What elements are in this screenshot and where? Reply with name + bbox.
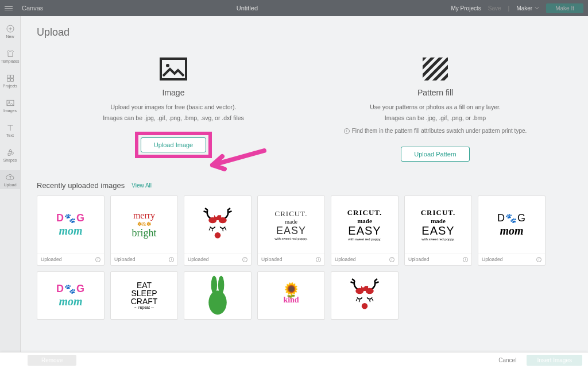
upload-thumbnail: CRICUT.madeEASYwith sweet red poppy. (331, 196, 398, 254)
upload-status: Uploaded (188, 256, 208, 262)
sidebar-item-label: Text (6, 133, 14, 137)
machine-selector[interactable]: Maker (516, 5, 539, 12)
upload-card[interactable] (184, 271, 252, 320)
view-all-link[interactable]: View All (131, 182, 152, 189)
upload-pattern-button[interactable]: Upload Pattern (401, 147, 469, 162)
upload-card[interactable] (331, 271, 399, 320)
info-icon[interactable]: i (242, 257, 247, 262)
insert-images-button: Insert Images (527, 355, 582, 366)
upload-thumbnail: 🌻kind (258, 272, 324, 319)
sidebar-item-label: Shapes (3, 158, 17, 162)
upload-status: Uploaded (408, 256, 429, 262)
info-icon[interactable]: i (95, 257, 100, 262)
upload-status: Uploaded (114, 256, 135, 262)
pattern-panel-line2: Images can be .jpg, .gif, .png, or .bmp (316, 113, 555, 124)
upload-card[interactable]: CRICUT.madeEASYwith sweet red poppy.Uplo… (331, 195, 399, 266)
upload-thumbnail: CRICUT.madeEASYwith sweet red poppy. (405, 196, 471, 254)
upload-thumbnail: merry✽&✽bright (111, 196, 177, 254)
image-panel-line1: Upload your images for free (basic and v… (54, 102, 293, 113)
sidebar-item-label: New (6, 34, 14, 39)
upload-thumbnail: D🐾Gmom (478, 196, 545, 254)
sidebar-item-templates[interactable]: Templates (0, 47, 20, 66)
upload-meta: Uploadedi (478, 254, 545, 265)
image-panel-heading: Image (54, 88, 293, 97)
upload-thumbnail: EATSLEEPCRAFT→ repeat ← (111, 272, 177, 319)
upload-meta: Uploadedi (184, 254, 251, 265)
sidebar-item-projects[interactable]: Projects (0, 71, 20, 90)
canvas-label: Canvas (22, 5, 43, 12)
upload-meta: Uploadedi (111, 254, 177, 265)
upload-thumbnail: CRICUT.madeEASYwith sweet red poppy. (258, 196, 324, 254)
svg-point-18 (208, 290, 227, 315)
upload-status: Uploaded (261, 256, 282, 262)
info-icon[interactable]: i (316, 257, 321, 262)
upload-status: Uploaded (335, 256, 355, 262)
upload-meta: Uploadedi (331, 254, 398, 265)
page-title: Upload (37, 26, 572, 39)
chevron-down-icon (535, 6, 539, 10)
svg-rect-7 (161, 59, 186, 79)
upload-card[interactable]: merry✽&✽brightUploadedi (110, 195, 178, 266)
upload-card[interactable]: EATSLEEPCRAFT→ repeat ← (110, 271, 178, 320)
sidebar-item-upload[interactable]: Upload (0, 170, 20, 189)
text-icon (6, 123, 15, 132)
upload-meta: Uploadedi (405, 254, 471, 265)
upload-card[interactable]: Uploadedi (184, 195, 252, 266)
info-icon[interactable]: i (536, 257, 541, 262)
divider: | (508, 5, 510, 12)
grid-icon (6, 74, 15, 83)
upload-card[interactable]: CRICUT.madeEASYwith sweet red poppy.Uplo… (404, 195, 472, 266)
pattern-panel-line3: iFind them in the pattern fill attribute… (344, 126, 527, 136)
cancel-button[interactable]: Cancel (493, 355, 522, 366)
pattern-upload-panel: Pattern fill Use your patterns or photos… (316, 55, 555, 162)
sidebar-item-shapes[interactable]: Shapes (0, 145, 20, 164)
svg-rect-4 (10, 79, 13, 82)
upload-image-button[interactable]: Upload Image (141, 137, 207, 152)
upload-status: Uploaded (41, 256, 61, 262)
info-icon[interactable]: i (389, 257, 394, 262)
svg-point-23 (362, 303, 368, 309)
svg-point-15 (215, 232, 221, 239)
sidebar-item-text[interactable]: Text (0, 121, 20, 140)
upload-thumbnail: D🐾Gmom (37, 196, 104, 254)
svg-rect-10 (423, 57, 448, 80)
pattern-panel-line1: Use your patterns or photos as a fill on… (316, 102, 555, 113)
image-upload-panel: Image Upload your images for free (basic… (54, 55, 293, 162)
svg-rect-2 (10, 75, 13, 78)
remove-button: Remove (28, 355, 76, 366)
upload-meta: Uploadedi (258, 254, 324, 265)
plus-circle-icon (6, 24, 15, 33)
recent-grid-row1: D🐾GmomUploadedimerry✽&✽brightUploadediUp… (37, 195, 572, 266)
upload-thumbnail (184, 196, 251, 254)
svg-rect-3 (7, 79, 10, 82)
annotation-highlight: Upload Image (135, 132, 212, 158)
image-icon (6, 98, 15, 108)
upload-card[interactable]: 🌻kind (257, 271, 325, 320)
make-it-button: Make It (546, 3, 583, 13)
upload-meta: Uploadedi (37, 254, 104, 265)
hamburger-icon[interactable] (5, 6, 16, 10)
info-icon[interactable]: i (169, 257, 174, 262)
upload-thumbnail (331, 272, 398, 319)
upload-card[interactable]: CRICUT.madeEASYwith sweet red poppy.Uplo… (257, 195, 325, 266)
upload-card[interactable]: D🐾Gmom (37, 271, 105, 320)
sidebar-item-label: Images (3, 109, 17, 113)
document-title[interactable]: Untitled (43, 5, 451, 12)
pattern-panel-heading: Pattern fill (316, 88, 555, 97)
upload-icon (6, 172, 15, 182)
shirt-icon (6, 49, 15, 58)
recent-heading: Recently uploaded images (37, 181, 125, 190)
sidebar-item-label: Upload (3, 183, 16, 187)
upload-thumbnail (184, 272, 251, 319)
sidebar-item-new[interactable]: New (0, 22, 20, 41)
sidebar-item-label: Projects (3, 84, 17, 88)
svg-rect-1 (7, 75, 10, 78)
upload-thumbnail: D🐾Gmom (37, 272, 104, 319)
svg-point-14 (215, 213, 218, 216)
my-projects-link[interactable]: My Projects (451, 5, 481, 12)
shapes-icon (6, 148, 15, 157)
sidebar-item-images[interactable]: Images (0, 96, 20, 115)
upload-card[interactable]: D🐾GmomUploadedi (478, 195, 546, 266)
upload-card[interactable]: D🐾GmomUploadedi (37, 195, 105, 266)
info-icon[interactable]: i (463, 257, 468, 262)
